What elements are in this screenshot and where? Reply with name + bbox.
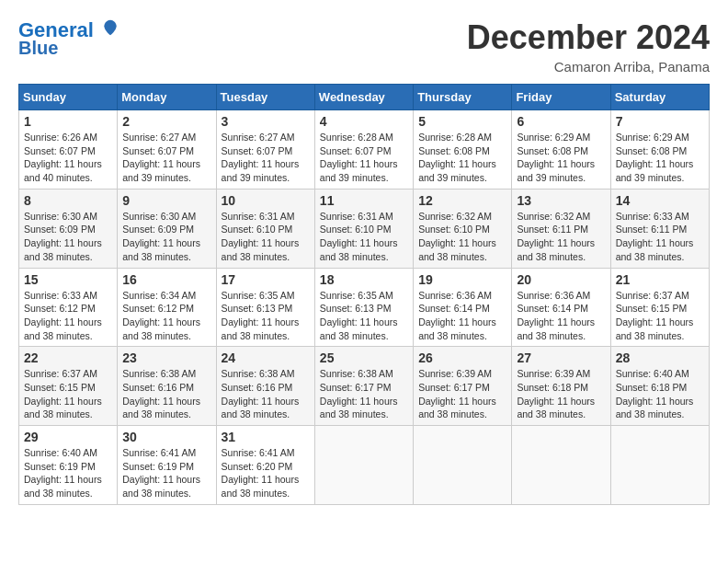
day-info: Sunrise: 6:36 AMSunset: 6:14 PMDaylight:… (517, 289, 605, 343)
day-number: 16 (122, 272, 210, 287)
day-number: 3 (222, 114, 310, 129)
day-info: Sunrise: 6:31 AMSunset: 6:10 PMDaylight:… (222, 210, 310, 264)
calendar-cell: 11Sunrise: 6:31 AMSunset: 6:10 PMDayligh… (314, 189, 413, 268)
day-info: Sunrise: 6:36 AMSunset: 6:14 PMDaylight:… (418, 289, 506, 343)
day-info: Sunrise: 6:33 AMSunset: 6:12 PMDaylight:… (24, 289, 112, 343)
day-number: 29 (24, 430, 112, 444)
calendar-cell (414, 426, 512, 505)
day-number: 31 (222, 430, 310, 444)
day-info: Sunrise: 6:29 AMSunset: 6:08 PMDaylight:… (517, 131, 605, 185)
calendar-cell: 1Sunrise: 6:26 AMSunset: 6:07 PMDaylight… (19, 110, 118, 190)
day-info: Sunrise: 6:38 AMSunset: 6:16 PMDaylight:… (122, 367, 210, 421)
day-info: Sunrise: 6:28 AMSunset: 6:08 PMDaylight:… (418, 131, 506, 185)
calendar-cell: 7Sunrise: 6:29 AMSunset: 6:08 PMDaylight… (610, 110, 709, 190)
day-number: 19 (418, 272, 506, 287)
day-info: Sunrise: 6:41 AMSunset: 6:19 PMDaylight:… (122, 446, 210, 500)
calendar-cell: 30Sunrise: 6:41 AMSunset: 6:19 PMDayligh… (118, 426, 216, 505)
logo: General Blue (18, 18, 119, 58)
day-info: Sunrise: 6:30 AMSunset: 6:09 PMDaylight:… (24, 210, 112, 264)
day-number: 24 (222, 350, 310, 365)
day-info: Sunrise: 6:31 AMSunset: 6:10 PMDaylight:… (320, 210, 408, 264)
day-number: 5 (418, 114, 506, 129)
calendar-cell: 20Sunrise: 6:36 AMSunset: 6:14 PMDayligh… (512, 268, 610, 347)
day-info: Sunrise: 6:27 AMSunset: 6:07 PMDaylight:… (122, 131, 210, 185)
day-number: 23 (122, 350, 210, 365)
calendar-cell: 29Sunrise: 6:40 AMSunset: 6:19 PMDayligh… (19, 426, 118, 505)
day-number: 12 (418, 193, 506, 208)
calendar-week-row: 15Sunrise: 6:33 AMSunset: 6:12 PMDayligh… (19, 268, 710, 347)
day-info: Sunrise: 6:37 AMSunset: 6:15 PMDaylight:… (616, 289, 704, 343)
calendar-week-row: 8Sunrise: 6:30 AMSunset: 6:09 PMDaylight… (19, 189, 710, 268)
day-number: 2 (122, 114, 210, 129)
day-info: Sunrise: 6:39 AMSunset: 6:17 PMDaylight:… (418, 367, 506, 421)
calendar-cell: 13Sunrise: 6:32 AMSunset: 6:11 PMDayligh… (512, 189, 610, 268)
calendar-cell: 10Sunrise: 6:31 AMSunset: 6:10 PMDayligh… (216, 189, 314, 268)
day-info: Sunrise: 6:30 AMSunset: 6:09 PMDaylight:… (122, 210, 210, 264)
calendar-cell: 5Sunrise: 6:28 AMSunset: 6:08 PMDaylight… (414, 110, 512, 190)
calendar-header-row: SundayMondayTuesdayWednesdayThursdayFrid… (19, 85, 710, 110)
day-number: 25 (320, 350, 408, 365)
calendar-cell: 28Sunrise: 6:40 AMSunset: 6:18 PMDayligh… (610, 347, 709, 426)
calendar-cell: 19Sunrise: 6:36 AMSunset: 6:14 PMDayligh… (414, 268, 512, 347)
calendar-cell: 27Sunrise: 6:39 AMSunset: 6:18 PMDayligh… (512, 347, 610, 426)
calendar-day-header: Friday (512, 85, 610, 110)
calendar-cell: 16Sunrise: 6:34 AMSunset: 6:12 PMDayligh… (118, 268, 216, 347)
calendar-cell: 24Sunrise: 6:38 AMSunset: 6:16 PMDayligh… (216, 347, 314, 426)
day-number: 17 (222, 272, 310, 287)
day-info: Sunrise: 6:29 AMSunset: 6:08 PMDaylight:… (616, 131, 704, 185)
day-number: 11 (320, 193, 408, 208)
calendar-cell (314, 426, 413, 505)
day-info: Sunrise: 6:33 AMSunset: 6:11 PMDaylight:… (616, 210, 704, 264)
day-info: Sunrise: 6:38 AMSunset: 6:16 PMDaylight:… (222, 367, 310, 421)
day-info: Sunrise: 6:35 AMSunset: 6:13 PMDaylight:… (222, 289, 310, 343)
day-info: Sunrise: 6:28 AMSunset: 6:07 PMDaylight:… (320, 131, 408, 185)
month-title: December 2024 (467, 18, 710, 57)
day-info: Sunrise: 6:26 AMSunset: 6:07 PMDaylight:… (24, 131, 112, 185)
calendar-cell: 22Sunrise: 6:37 AMSunset: 6:15 PMDayligh… (19, 347, 118, 426)
calendar-cell: 4Sunrise: 6:28 AMSunset: 6:07 PMDaylight… (314, 110, 413, 190)
day-info: Sunrise: 6:27 AMSunset: 6:07 PMDaylight:… (222, 131, 310, 185)
day-number: 10 (222, 193, 310, 208)
calendar-cell: 23Sunrise: 6:38 AMSunset: 6:16 PMDayligh… (118, 347, 216, 426)
calendar-week-row: 29Sunrise: 6:40 AMSunset: 6:19 PMDayligh… (19, 426, 710, 505)
day-number: 20 (517, 272, 605, 287)
calendar-cell: 12Sunrise: 6:32 AMSunset: 6:10 PMDayligh… (414, 189, 512, 268)
calendar-cell: 15Sunrise: 6:33 AMSunset: 6:12 PMDayligh… (19, 268, 118, 347)
calendar-cell: 6Sunrise: 6:29 AMSunset: 6:08 PMDaylight… (512, 110, 610, 190)
calendar-day-header: Monday (118, 85, 216, 110)
day-info: Sunrise: 6:35 AMSunset: 6:13 PMDaylight:… (320, 289, 408, 343)
day-number: 30 (122, 430, 210, 444)
calendar-day-header: Sunday (19, 85, 118, 110)
day-number: 21 (616, 272, 704, 287)
page-header: General Blue December 2024 Camaron Arrib… (18, 18, 710, 75)
calendar-week-row: 1Sunrise: 6:26 AMSunset: 6:07 PMDaylight… (19, 110, 710, 190)
day-number: 26 (418, 350, 506, 365)
day-info: Sunrise: 6:39 AMSunset: 6:18 PMDaylight:… (517, 367, 605, 421)
calendar-cell: 26Sunrise: 6:39 AMSunset: 6:17 PMDayligh… (414, 347, 512, 426)
calendar-cell: 21Sunrise: 6:37 AMSunset: 6:15 PMDayligh… (610, 268, 709, 347)
calendar-cell: 8Sunrise: 6:30 AMSunset: 6:09 PMDaylight… (19, 189, 118, 268)
day-info: Sunrise: 6:41 AMSunset: 6:20 PMDaylight:… (222, 446, 310, 500)
day-info: Sunrise: 6:37 AMSunset: 6:15 PMDaylight:… (24, 367, 112, 421)
day-number: 28 (616, 350, 704, 365)
day-info: Sunrise: 6:34 AMSunset: 6:12 PMDaylight:… (122, 289, 210, 343)
day-number: 27 (517, 350, 605, 365)
calendar-day-header: Saturday (610, 85, 709, 110)
calendar-cell: 18Sunrise: 6:35 AMSunset: 6:13 PMDayligh… (314, 268, 413, 347)
calendar-week-row: 22Sunrise: 6:37 AMSunset: 6:15 PMDayligh… (19, 347, 710, 426)
day-number: 13 (517, 193, 605, 208)
calendar-cell (610, 426, 709, 505)
calendar-day-header: Tuesday (216, 85, 314, 110)
calendar-cell (512, 426, 610, 505)
day-number: 22 (24, 350, 112, 365)
day-info: Sunrise: 6:40 AMSunset: 6:18 PMDaylight:… (616, 367, 704, 421)
calendar-cell: 14Sunrise: 6:33 AMSunset: 6:11 PMDayligh… (610, 189, 709, 268)
day-number: 18 (320, 272, 408, 287)
location: Camaron Arriba, Panama (467, 59, 710, 75)
calendar-cell: 9Sunrise: 6:30 AMSunset: 6:09 PMDaylight… (118, 189, 216, 268)
day-number: 14 (616, 193, 704, 208)
calendar-cell: 3Sunrise: 6:27 AMSunset: 6:07 PMDaylight… (216, 110, 314, 190)
title-area: December 2024 Camaron Arriba, Panama (467, 18, 710, 75)
calendar-cell: 25Sunrise: 6:38 AMSunset: 6:17 PMDayligh… (314, 347, 413, 426)
day-number: 6 (517, 114, 605, 129)
